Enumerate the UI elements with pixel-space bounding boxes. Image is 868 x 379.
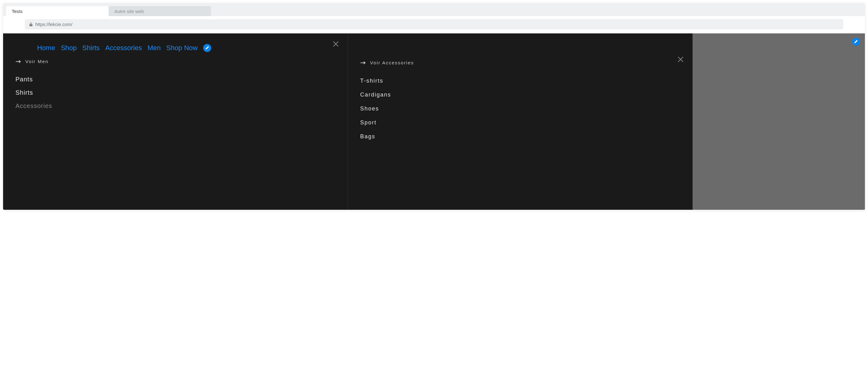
- men-item-accessories[interactable]: Accessories: [16, 99, 335, 113]
- voir-men-row: Voir Men: [16, 59, 335, 64]
- men-category-list: Pants Shirts Accessories: [16, 73, 335, 113]
- close-icon: [332, 40, 340, 48]
- tab-tests[interactable]: Tests: [6, 6, 108, 16]
- arrow-right-icon: [16, 60, 21, 63]
- nav-shirts[interactable]: Shirts: [82, 44, 100, 52]
- nav-shop[interactable]: Shop: [61, 44, 77, 52]
- panel-men: Home Shop Shirts Accessories Men Shop No…: [3, 33, 348, 210]
- men-item-shirts[interactable]: Shirts: [16, 86, 335, 99]
- acc-item-sport[interactable]: Sport: [360, 116, 680, 129]
- close-men-panel[interactable]: [332, 40, 340, 49]
- close-accessories-panel[interactable]: [677, 56, 684, 64]
- tab-label: Autre site web: [115, 9, 144, 14]
- acc-item-tshirts[interactable]: T-shirts: [360, 74, 680, 88]
- edit-nav-button[interactable]: [203, 44, 211, 52]
- tab-label: Tests: [12, 9, 23, 14]
- lock-icon: [29, 22, 33, 27]
- voir-men-link[interactable]: Voir Men: [25, 59, 49, 64]
- voir-accessories-link[interactable]: Voir Accessories: [370, 60, 414, 65]
- panel-accessories: Voir Accessories T-shirts Cardigans Shoe…: [348, 33, 693, 210]
- nav-shop-now[interactable]: Shop Now: [166, 44, 198, 52]
- viewport: Home Shop Shirts Accessories Men Shop No…: [3, 33, 865, 210]
- nav-men[interactable]: Men: [148, 44, 161, 52]
- nav-accessories[interactable]: Accessories: [105, 44, 142, 52]
- accessories-category-list: T-shirts Cardigans Shoes Sport Bags: [360, 74, 680, 144]
- address-bar[interactable]: https://lekcie.com/: [25, 19, 843, 29]
- url-text: https://lekcie.com/: [35, 22, 72, 27]
- acc-item-bags[interactable]: Bags: [360, 129, 680, 144]
- top-nav: Home Shop Shirts Accessories Men Shop No…: [16, 43, 335, 59]
- arrow-right-icon: [360, 61, 366, 64]
- edit-panel-button[interactable]: [852, 38, 860, 46]
- pencil-icon: [854, 40, 858, 43]
- acc-item-cardigans[interactable]: Cardigans: [360, 88, 680, 102]
- voir-accessories-row: Voir Accessories: [360, 60, 680, 65]
- tab-bar: Tests Autre site web: [3, 3, 865, 16]
- close-icon: [677, 56, 684, 63]
- pencil-icon: [205, 46, 209, 50]
- address-row: https://lekcie.com/: [3, 16, 865, 33]
- tab-other-site[interactable]: Autre site web: [109, 6, 211, 16]
- men-item-pants[interactable]: Pants: [16, 73, 335, 86]
- nav-home[interactable]: Home: [37, 44, 55, 52]
- browser-frame: Tests Autre site web https://lekcie.com/…: [3, 3, 865, 210]
- acc-item-shoes[interactable]: Shoes: [360, 102, 680, 116]
- panel-empty: [693, 33, 865, 210]
